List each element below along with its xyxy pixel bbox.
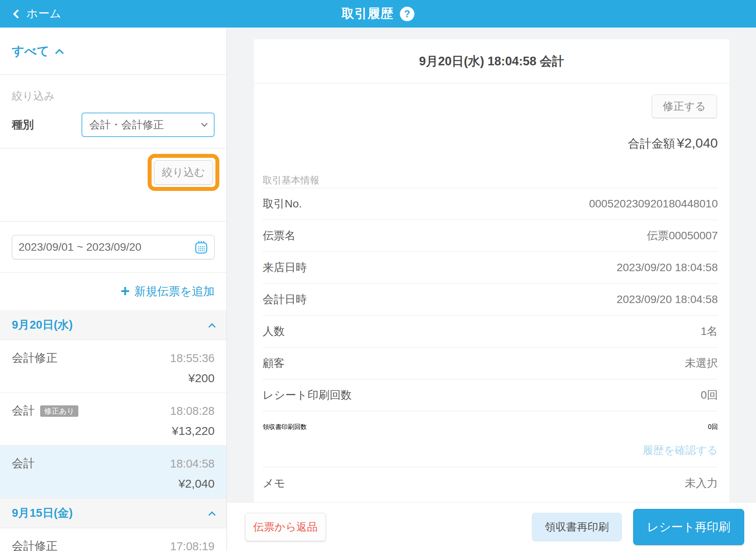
type-filter-row: 種別 会計・会計修正 [12, 113, 215, 137]
transaction-time: 18:04:58 [170, 457, 215, 470]
date-group-label: 9月20日(水) [12, 317, 73, 333]
apply-filter-row: 絞り込む [12, 154, 215, 191]
transaction-time: 18:55:36 [170, 352, 215, 365]
detail-row-transaction-no: 取引No. 000520230920180448010 [263, 188, 718, 220]
row-label: 来店日時 [263, 260, 307, 275]
transaction-type: 会計修正 [12, 538, 57, 551]
row-label: レシート印刷回数 [263, 388, 352, 403]
chevron-up-icon [55, 48, 64, 57]
type-select-value: 会計・会計修正 [89, 118, 164, 132]
detail-row-receipt-print-count: レシート印刷回数 0回 [263, 379, 718, 411]
divider [0, 148, 226, 148]
receipt-reprint-button[interactable]: レシート再印刷 [633, 509, 744, 545]
type-select[interactable]: 会計・会計修正 [82, 113, 215, 137]
help-icon[interactable]: ? [400, 7, 415, 21]
back-button[interactable]: ホーム [14, 0, 61, 28]
detail-row-memo: メモ 未入力 [263, 467, 718, 499]
transaction-time: 17:08:19 [170, 540, 215, 551]
status-badge: 修正あり [40, 405, 78, 417]
transaction-type: 会計 [12, 403, 35, 419]
collapse-all-label: すべて [12, 43, 49, 59]
add-slip-button[interactable]: + 新規伝票を追加 [120, 284, 215, 300]
row-value: 2023/09/20 18:04:58 [617, 293, 718, 306]
edit-button[interactable]: 修正する [652, 94, 717, 118]
row-label: 伝票名 [263, 228, 296, 243]
row-label: 会計日時 [263, 292, 307, 307]
row-value: 未入力 [685, 476, 718, 491]
transaction-type: 会計修正 [12, 350, 57, 366]
row-label: 顧客 [263, 356, 285, 371]
total-label: 合計金額 [628, 137, 675, 150]
row-label: メモ [263, 476, 285, 491]
row-value: 000520230920180448010 [589, 198, 718, 210]
footer-action-bar: 伝票から返品 領収書再印刷 レシート再印刷 [227, 502, 756, 551]
collapse-all-button[interactable]: すべて [0, 28, 226, 75]
row-value: 1名 [700, 324, 718, 339]
transaction-amount: ¥2,040 [12, 477, 215, 490]
row-value: 0回 [700, 388, 718, 403]
date-group-label: 9月15日(金) [12, 505, 73, 521]
apply-filter-button[interactable]: 絞り込む [154, 160, 213, 185]
transaction-type: 会計 [12, 456, 35, 471]
date-group-header[interactable]: 9月20日(水) [0, 310, 226, 340]
date-range-value: 2023/09/01 ~ 2023/09/20 [19, 241, 141, 253]
section-label: 取引基本情報 [263, 174, 718, 188]
transaction-history-screen: ホーム 取引履歴 ? すべて 絞り込み 種別 会計・会計修正 絞り [0, 0, 756, 551]
transaction-list-item[interactable]: 会計修正 17:08:19 -¥100 [0, 528, 226, 551]
total-value: ¥2,040 [677, 135, 718, 150]
date-range-input[interactable]: 2023/09/01 ~ 2023/09/20 [12, 235, 215, 259]
transaction-list-item[interactable]: 会計修正 18:55:36 ¥200 [0, 340, 226, 393]
chevron-up-icon [208, 323, 215, 330]
back-label: ホーム [26, 6, 61, 22]
app-header: ホーム 取引履歴 ? [0, 0, 756, 28]
detail-row-invoice-print-count: 領収書印刷回数 0回 履歴を確認する [263, 411, 718, 467]
detail-row-checkout-datetime: 会計日時 2023/09/20 18:04:58 [263, 284, 718, 316]
detail-title: 9月20日(水) 18:04:58 会計 [254, 39, 729, 83]
detail-row-customer: 顧客 未選択 [263, 348, 718, 379]
filter-panel: 絞り込み 種別 会計・会計修正 絞り込む [0, 89, 226, 222]
row-label: 取引No. [263, 196, 302, 211]
type-label: 種別 [12, 117, 34, 132]
detail-row-visit-datetime: 来店日時 2023/09/20 18:04:58 [263, 252, 718, 284]
highlight-annotation: 絞り込む [148, 154, 219, 191]
date-filter-panel: 2023/09/01 ~ 2023/09/20 [0, 222, 226, 273]
sidebar: すべて 絞り込み 種別 会計・会計修正 絞り込む 2023/09/01 ~ 20 [0, 28, 227, 551]
transaction-detail-card: 9月20日(水) 18:04:58 会計 修正する 合計金額 ¥2,040 取引… [254, 39, 729, 551]
transaction-list-item-selected[interactable]: 会計 18:04:58 ¥2,040 [0, 446, 226, 498]
date-group-header[interactable]: 9月15日(金) [0, 498, 226, 528]
page-title: 取引履歴 [342, 5, 394, 22]
check-history-link[interactable]: 履歴を確認する [643, 444, 718, 456]
chevron-up-icon [208, 511, 215, 518]
transaction-amount: ¥200 [12, 372, 215, 385]
filter-section-label: 絞り込み [12, 89, 215, 103]
transaction-time: 18:08:28 [170, 405, 215, 418]
row-value: 0回 [708, 423, 718, 431]
row-value: 未選択 [685, 356, 718, 371]
add-slip-row: + 新規伝票を追加 [0, 273, 226, 310]
invoice-reprint-button[interactable]: 領収書再印刷 [532, 513, 622, 541]
detail-row-slip-name: 伝票名 伝票00050007 [263, 220, 718, 252]
transaction-amount: ¥13,220 [12, 424, 215, 438]
calendar-icon [193, 239, 209, 255]
back-chevron-icon [13, 9, 22, 18]
transaction-list-item[interactable]: 会計修正あり 18:08:28 ¥13,220 [0, 393, 226, 446]
detail-rows: 取引基本情報 取引No. 000520230920180448010 伝票名 伝… [263, 174, 718, 499]
row-value: 伝票00050007 [647, 228, 718, 243]
total-amount: 合計金額 ¥2,040 [628, 135, 718, 152]
detail-row-party-size: 人数 1名 [263, 316, 718, 348]
header-title-group: 取引履歴 ? [342, 0, 415, 28]
plus-icon: + [120, 283, 130, 299]
add-slip-label: 新規伝票を追加 [134, 284, 215, 300]
row-label: 領収書印刷回数 [263, 423, 307, 431]
return-from-slip-button[interactable]: 伝票から返品 [245, 513, 326, 541]
chevron-down-icon [201, 120, 208, 127]
row-label: 人数 [263, 324, 285, 339]
row-value: 2023/09/20 18:04:58 [617, 261, 718, 274]
